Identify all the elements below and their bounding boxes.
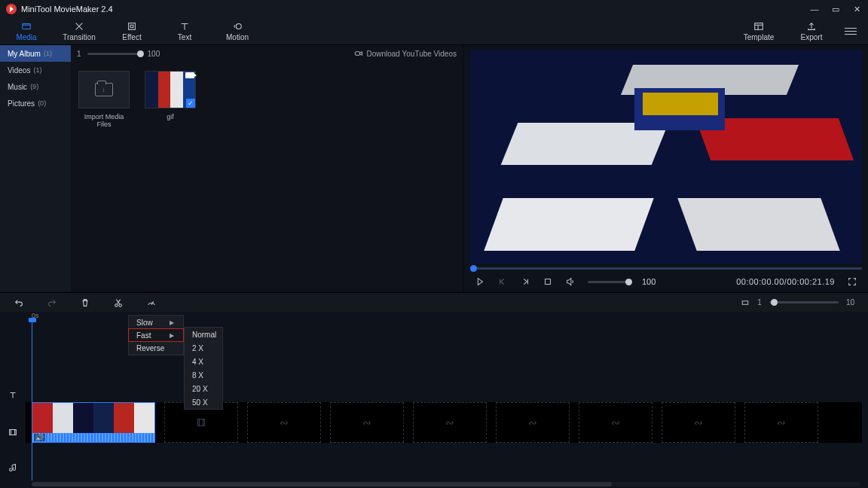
- maximize-button[interactable]: ▭: [830, 5, 841, 14]
- sidebar-item-my-album[interactable]: My Album(1): [0, 45, 71, 62]
- empty-slot[interactable]: ∾: [744, 402, 818, 443]
- speed-button[interactable]: [146, 297, 157, 308]
- preview-scrubber[interactable]: [470, 265, 862, 271]
- timeline-zoom-max: 10: [846, 298, 854, 307]
- media-panel: 1 100 Download YouTube Videos Import Med…: [71, 45, 464, 292]
- tab-media-label: Media: [16, 33, 36, 41]
- tab-text-label: Text: [178, 33, 191, 41]
- next-frame-button[interactable]: [520, 276, 530, 287]
- volume-button[interactable]: [565, 276, 576, 287]
- tab-effect[interactable]: Effect: [105, 18, 158, 45]
- app-logo-icon: [6, 4, 17, 14]
- speed-option-normal[interactable]: Normal: [185, 328, 222, 341]
- clip-mute-icon[interactable]: 🔊: [34, 434, 45, 441]
- media-icon: [21, 21, 32, 32]
- sidebar-item-music[interactable]: Music(9): [0, 78, 71, 95]
- download-youtube-label: Download YouTube Videos: [366, 50, 457, 58]
- speed-option-8x[interactable]: 8 X: [185, 368, 222, 382]
- video-track-icon: [0, 410, 26, 455]
- tab-export-label: Export: [801, 33, 823, 41]
- media-clip-gif[interactable]: ✓ gif: [143, 71, 197, 120]
- export-icon: [806, 21, 817, 32]
- sidebar-item-count: (9): [30, 83, 38, 90]
- close-button[interactable]: ✕: [851, 5, 862, 14]
- speed-option-50x[interactable]: 50 X: [185, 395, 222, 409]
- empty-slot[interactable]: ∾: [330, 402, 404, 443]
- timeline-toolbar: 1 10: [0, 292, 868, 312]
- undo-button[interactable]: [14, 297, 24, 308]
- speed-option-2x[interactable]: 2 X: [185, 341, 222, 355]
- tab-motion[interactable]: Motion: [211, 18, 264, 45]
- library-sidebar: My Album(1) Videos(1) Music(9) Pictures(…: [0, 45, 71, 292]
- text-track-icon: [0, 381, 26, 410]
- svg-rect-0: [23, 24, 31, 29]
- timeline-tracks[interactable]: 0s 🔊 ∾ ∾ ∾ ∾ ∾ ∾ ∾ Slow▶ F: [26, 312, 868, 488]
- camera-icon: [354, 49, 363, 58]
- menu-item-label: 2 X: [192, 344, 203, 352]
- timeline: 0s 🔊 ∾ ∾ ∾ ∾ ∾ ∾ ∾ Slow▶ F: [0, 312, 868, 488]
- fit-button[interactable]: [741, 298, 750, 307]
- speed-option-4x[interactable]: 4 X: [185, 355, 222, 368]
- transition-icon: [74, 21, 84, 32]
- title-bar: MiniTool MovieMaker 2.4 — ▭ ✕: [0, 0, 868, 18]
- motion-icon: [232, 21, 243, 32]
- speed-menu-slow[interactable]: Slow▶: [129, 316, 183, 329]
- import-media-label: Import Media Files: [77, 113, 131, 128]
- timeline-scrollbar[interactable]: [32, 482, 860, 486]
- speed-menu-fast[interactable]: Fast▶: [128, 328, 184, 342]
- fullscreen-button[interactable]: [847, 276, 857, 287]
- svg-point-6: [236, 24, 241, 29]
- preview-video[interactable]: [470, 50, 862, 264]
- preview-frame-image: [470, 50, 862, 264]
- tab-transition[interactable]: Transition: [53, 18, 105, 45]
- volume-value: 100: [642, 277, 656, 286]
- tab-effect-label: Effect: [122, 33, 141, 41]
- thumb-zoom-slider[interactable]: [87, 53, 142, 55]
- delete-button[interactable]: [80, 297, 90, 308]
- sidebar-item-videos[interactable]: Videos(1): [0, 62, 71, 78]
- import-media-button[interactable]: Import Media Files: [77, 71, 131, 128]
- menu-item-label: 4 X: [192, 358, 203, 366]
- empty-slot[interactable]: ∾: [579, 402, 653, 443]
- tab-template[interactable]: Template: [732, 18, 785, 45]
- tab-export[interactable]: Export: [785, 18, 838, 45]
- tab-media[interactable]: Media: [0, 18, 53, 45]
- tab-text[interactable]: Text: [158, 18, 211, 45]
- timeline-clip[interactable]: 🔊: [32, 402, 155, 443]
- submenu-arrow-icon: ▶: [170, 319, 174, 326]
- svg-point-14: [115, 303, 118, 307]
- sidebar-item-pictures[interactable]: Pictures(0): [0, 95, 71, 111]
- menu-item-label: Normal: [192, 331, 216, 339]
- minimize-button[interactable]: —: [809, 5, 820, 14]
- timeline-zoom-slider[interactable]: [769, 301, 839, 303]
- download-youtube-button[interactable]: Download YouTube Videos: [354, 49, 457, 58]
- split-button[interactable]: [113, 297, 124, 308]
- main-toolbar: Media Transition Effect Text Motion Temp…: [0, 18, 868, 45]
- volume-slider[interactable]: [588, 281, 630, 283]
- empty-slot[interactable]: ∾: [662, 402, 735, 443]
- tab-template-label: Template: [744, 33, 775, 41]
- empty-slot[interactable]: ∾: [413, 402, 487, 443]
- tab-motion-label: Motion: [226, 33, 249, 41]
- speed-option-20x[interactable]: 20 X: [185, 382, 222, 395]
- menu-item-label: Slow: [136, 319, 153, 327]
- sidebar-item-label: Music: [8, 83, 27, 91]
- text-icon: [179, 21, 190, 32]
- video-badge-icon: [185, 72, 194, 78]
- empty-slot[interactable]: ∾: [247, 402, 321, 443]
- speed-menu: Slow▶ Fast▶ Reverse: [128, 315, 184, 355]
- menu-item-label: 50 X: [192, 398, 208, 407]
- svg-rect-2: [129, 23, 136, 30]
- sidebar-item-count: (0): [38, 99, 46, 107]
- menu-item-label: 8 X: [192, 371, 203, 380]
- svg-rect-7: [755, 23, 763, 30]
- empty-slot[interactable]: ∾: [496, 402, 570, 443]
- prev-frame-button[interactable]: [497, 276, 508, 287]
- playhead[interactable]: [32, 322, 32, 480]
- play-button[interactable]: [475, 276, 485, 287]
- stop-button[interactable]: [542, 276, 553, 287]
- speed-menu-reverse[interactable]: Reverse: [129, 341, 183, 355]
- clip-label: gif: [167, 113, 174, 120]
- redo-button[interactable]: [47, 297, 57, 308]
- menu-button[interactable]: [838, 19, 863, 44]
